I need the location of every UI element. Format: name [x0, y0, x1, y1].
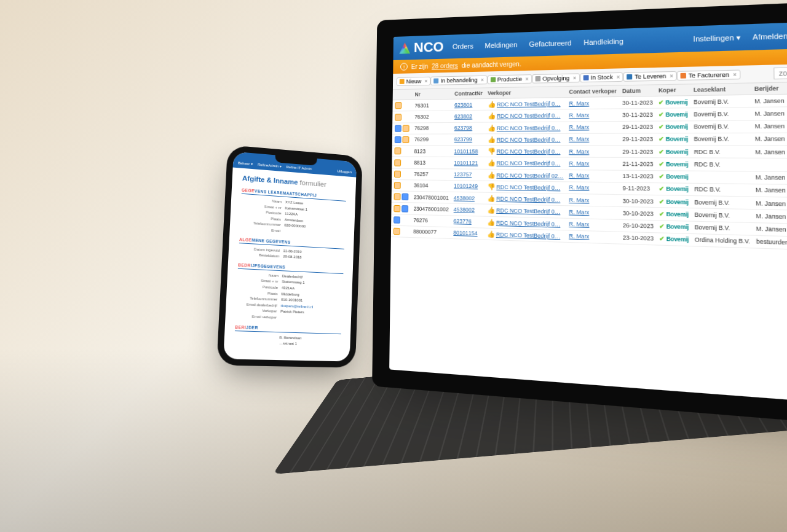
verkoper-link[interactable]: RDC NCO TestBedrijf 0…	[496, 231, 561, 240]
edit-icon[interactable]	[395, 102, 401, 109]
edit-icon[interactable]	[395, 114, 401, 120]
alert-link[interactable]: 28 orders	[432, 62, 458, 69]
contact-link[interactable]: R. Marx	[569, 100, 589, 107]
edit-icon[interactable]	[394, 228, 400, 235]
contact-link[interactable]: R. Marx	[569, 112, 589, 119]
status-icon[interactable]	[395, 125, 401, 131]
nav-orders[interactable]: Orders	[453, 42, 473, 50]
edit-icon[interactable]	[403, 125, 409, 131]
filter-opvolging[interactable]: Opvolging×	[532, 73, 580, 83]
contract-link[interactable]: 4538002	[454, 195, 475, 201]
nav-meldingen[interactable]: Meldingen	[484, 41, 517, 49]
filter-productie[interactable]: Productie×	[487, 74, 532, 84]
col-contractnr[interactable]: ContractNr	[452, 88, 485, 99]
contract-link[interactable]: 623776	[454, 218, 472, 225]
contact-link[interactable]: R. Marx	[569, 148, 589, 155]
col-nr[interactable]: Nr	[412, 88, 452, 100]
nav-gefactureerd[interactable]: Gefactureerd	[529, 39, 571, 48]
filter-in-behandeling[interactable]: In behandeling×	[430, 75, 487, 85]
phone-nav-uitloggen[interactable]: Uitloggen	[337, 169, 352, 174]
close-icon[interactable]: ×	[670, 72, 673, 79]
filter-te-factureren[interactable]: Te Factureren×	[677, 69, 740, 80]
contract-link[interactable]: 623802	[454, 113, 472, 120]
nav-afmelden[interactable]: Afmelden	[753, 32, 787, 41]
edit-icon[interactable]	[403, 136, 409, 143]
thumbs-up-icon: 👍	[488, 101, 496, 108]
phone-nav-refineit[interactable]: Refine IT Admin	[287, 165, 312, 170]
table-row[interactable]: 76299623799👍 RDC NCO TestBedrijf 0…R. Ma…	[392, 132, 787, 146]
contract-link[interactable]: 10101158	[454, 148, 478, 154]
col-contact-verkoper[interactable]: Contact verkoper	[566, 86, 619, 98]
contract-link[interactable]: 623801	[454, 101, 472, 108]
status-icon[interactable]	[402, 194, 409, 200]
verkoper-link[interactable]: RDC NCO TestBedrijf 0…	[496, 195, 560, 203]
edit-icon[interactable]	[394, 170, 401, 177]
edit-icon[interactable]	[394, 182, 401, 189]
koper-logo: Bovemij	[658, 111, 688, 118]
thumbs-up-icon: 👍	[487, 219, 495, 226]
verkoper-link[interactable]: RDC NCO TestBedrijf 0…	[496, 219, 560, 227]
verkoper-link[interactable]: RDC NCO TestBedrijf 0…	[496, 160, 560, 167]
verkoper-link[interactable]: RDC NCO TestBedrijf 0…	[497, 136, 561, 143]
filter-label: Nieuw	[406, 78, 422, 85]
verkoper-link[interactable]: RDC NCO TestBedrijf 02…	[496, 172, 563, 179]
contact-link[interactable]: R. Marx	[569, 136, 589, 143]
verkoper-link[interactable]: RDC NCO TestBedrijf 0…	[496, 208, 560, 216]
status-icon[interactable]	[395, 136, 401, 143]
nav-instellingen[interactable]: Instellingen ▾	[693, 33, 740, 44]
filter-in-stock[interactable]: In Stock×	[580, 72, 623, 82]
close-icon[interactable]: ×	[481, 76, 484, 82]
status-icon[interactable]	[402, 205, 409, 213]
verkoper-link[interactable]: RDC NCO TestBedrijf 0…	[496, 184, 560, 191]
contact-link[interactable]: R. Marx	[569, 184, 589, 191]
col-berijder[interactable]: Berijder	[751, 82, 787, 95]
contact-link[interactable]: R. Marx	[569, 172, 589, 179]
verkoper-link[interactable]: RDC NCO TestBedrijf 0…	[497, 149, 561, 155]
edit-icon[interactable]	[394, 147, 401, 154]
contact-link[interactable]: R. Marx	[569, 124, 589, 131]
contact-link[interactable]: R. Marx	[569, 233, 589, 240]
phone-nav-beheer[interactable]: Beheer ▾	[238, 160, 253, 166]
thumbs-up-icon: 👍	[487, 206, 495, 214]
contract-link[interactable]: 623798	[454, 125, 472, 131]
contact-link[interactable]: R. Marx	[569, 160, 589, 167]
cell-leaseklant: RDC B.V.	[691, 146, 753, 158]
col-verkoper[interactable]: Verkoper	[485, 87, 566, 99]
col-datum[interactable]: Datum	[620, 85, 656, 96]
status-icon[interactable]	[394, 216, 400, 224]
edit-icon[interactable]	[394, 194, 401, 200]
filter-te-leveren[interactable]: Te Leveren×	[623, 71, 677, 81]
close-icon[interactable]: ×	[573, 74, 577, 81]
nav-handleiding[interactable]: Handleiding	[583, 37, 623, 47]
cell-leaseklant: Bovemij B.V.	[690, 108, 751, 120]
edit-icon[interactable]	[394, 159, 401, 166]
contract-link[interactable]: 123757	[454, 171, 472, 178]
thumbs-up-icon: 👍	[488, 136, 496, 143]
cell-leaseklant: RDC B.V.	[691, 158, 753, 171]
contract-link[interactable]: 80101154	[453, 230, 477, 237]
contract-link[interactable]: 10101121	[454, 160, 478, 166]
verkoper-link[interactable]: RDC NCO TestBedrijf 0…	[497, 125, 561, 131]
close-icon[interactable]: ×	[733, 71, 737, 77]
close-icon[interactable]: ×	[424, 77, 427, 84]
contact-link[interactable]: R. Marx	[569, 197, 589, 203]
thumbs-up-icon: 👍	[487, 171, 495, 179]
close-icon[interactable]: ×	[616, 73, 620, 80]
cell-datum: 21-11-2023	[620, 158, 656, 170]
phone-nav-refineadmin[interactable]: RefineAdmin ▾	[258, 162, 282, 168]
search-input[interactable]	[773, 66, 787, 79]
contact-link[interactable]: R. Marx	[569, 209, 589, 216]
col-leaseklant[interactable]: Leaseklant	[690, 84, 751, 96]
contract-link[interactable]: 623799	[454, 136, 472, 143]
col-koper[interactable]: Koper	[655, 84, 690, 96]
contact-link[interactable]: R. Marx	[569, 221, 589, 228]
contract-link[interactable]: 4538002	[454, 206, 475, 213]
form-label	[234, 340, 279, 347]
close-icon[interactable]: ×	[525, 76, 529, 82]
edit-icon[interactable]	[394, 205, 400, 212]
filter-nieuw[interactable]: Nieuw×	[397, 76, 431, 85]
verkoper-link[interactable]: RDC NCO TestBedrijf 0…	[497, 112, 561, 119]
cell-nr: 230478001001	[411, 191, 451, 203]
contract-link[interactable]: 10101249	[454, 183, 478, 190]
verkoper-link[interactable]: RDC NCO TestBedrijf 0…	[497, 101, 561, 108]
